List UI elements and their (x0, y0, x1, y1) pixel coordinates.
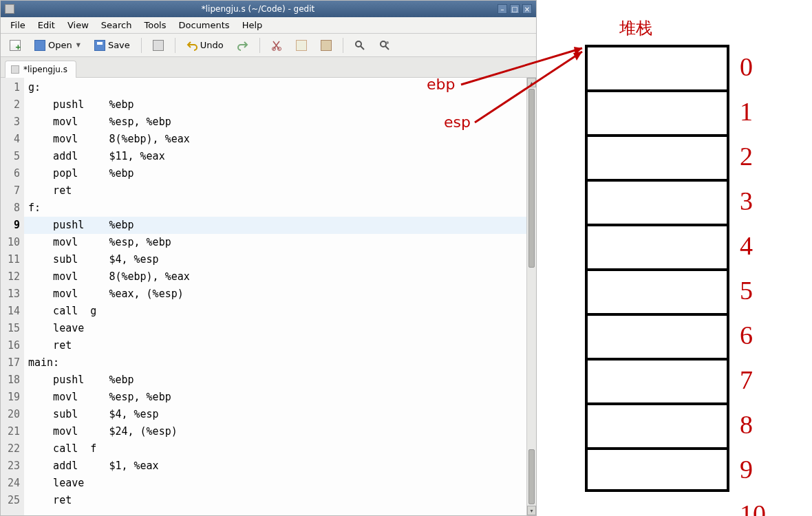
find-replace-icon (379, 40, 390, 51)
redo-icon (237, 40, 248, 51)
code-line[interactable]: movl %esp, %ebp (24, 114, 526, 131)
vertical-scrollbar[interactable]: ▴ ▾ (526, 78, 536, 515)
copy-icon (296, 40, 307, 51)
code-line[interactable]: leave (24, 475, 526, 492)
print-icon (153, 40, 164, 51)
stack-index: 6 (740, 313, 766, 358)
line-number: 19 (1, 389, 24, 406)
maximize-button[interactable]: □ (510, 4, 520, 14)
code-line[interactable]: leave (24, 320, 526, 337)
code-line[interactable]: subl $4, %esp (24, 251, 526, 268)
close-button[interactable]: × (522, 4, 532, 14)
code-line[interactable]: pushl %ebp (24, 217, 526, 234)
stack-title: 堆栈 (619, 17, 652, 39)
code-line[interactable]: popl %ebp (24, 165, 526, 182)
chevron-down-icon: ▼ (76, 42, 81, 48)
new-icon (10, 40, 21, 51)
line-number: 3 (1, 114, 24, 131)
svg-line-3 (361, 46, 364, 50)
menu-edit[interactable]: Edit (32, 18, 61, 32)
toolbar-separator (343, 38, 343, 53)
print-button[interactable] (148, 37, 169, 54)
line-number: 2 (1, 96, 24, 114)
scroll-thumb-lower[interactable] (528, 449, 535, 504)
line-number: 9 (1, 217, 24, 234)
replace-button[interactable] (374, 37, 395, 54)
line-number: 15 (1, 320, 24, 337)
code-line[interactable]: main: (24, 354, 526, 372)
line-number: 20 (1, 406, 24, 423)
code-line[interactable]: movl 8(%ebp), %eax (24, 268, 526, 286)
tab-file[interactable]: *lipengju.s (5, 61, 76, 78)
code-line[interactable]: movl %esp, %ebp (24, 234, 526, 251)
scroll-up-button[interactable]: ▴ (527, 78, 536, 87)
undo-icon (186, 40, 197, 51)
save-icon (94, 40, 105, 51)
code-line[interactable]: movl $24, (%esp) (24, 423, 526, 440)
svg-point-4 (381, 41, 386, 47)
code-line[interactable]: pushl %ebp (24, 96, 526, 114)
line-number: 21 (1, 423, 24, 440)
stack-index: 9 (740, 447, 766, 492)
minimize-button[interactable]: – (498, 4, 507, 14)
menu-search[interactable]: Search (96, 18, 138, 32)
line-number: 24 (1, 475, 24, 492)
code-line[interactable]: movl %esp, %ebp (24, 389, 526, 406)
search-icon (354, 40, 365, 51)
menu-documents[interactable]: Documents (173, 18, 235, 32)
save-button[interactable]: Save (89, 37, 135, 54)
editor-area: 1234567891011121314151617181920212223242… (1, 78, 536, 515)
code-line[interactable]: g: (24, 79, 526, 96)
window-title: *lipengju.s (~/Code) - gedit (19, 4, 498, 14)
code-line[interactable]: f: (24, 200, 526, 217)
new-button[interactable] (5, 37, 25, 54)
code-line[interactable]: movl 8(%ebp), %eax (24, 131, 526, 148)
folder-open-icon (34, 40, 45, 51)
stack-index: 0 (740, 45, 766, 89)
open-button[interactable]: Open ▼ (30, 37, 85, 54)
stack-index: 10 (740, 492, 766, 516)
svg-marker-8 (574, 47, 582, 55)
code-line[interactable]: ret (24, 492, 526, 509)
copy-button[interactable] (291, 37, 312, 54)
find-button[interactable] (350, 37, 370, 54)
stack-index: 8 (740, 402, 766, 447)
menu-view[interactable]: View (62, 18, 94, 32)
line-number: 17 (1, 354, 24, 372)
line-number: 13 (1, 286, 24, 303)
code-line[interactable]: ret (24, 337, 526, 354)
svg-line-5 (385, 46, 389, 50)
paste-button[interactable] (316, 37, 336, 54)
code-text-area[interactable]: g: pushl %ebp movl %esp, %ebp movl 8(%eb… (24, 78, 526, 515)
code-line[interactable]: movl %eax, (%esp) (24, 286, 526, 303)
scroll-down-button[interactable]: ▾ (527, 506, 536, 515)
code-line[interactable]: call f (24, 440, 526, 458)
undo-button[interactable]: Undo (182, 37, 228, 54)
code-line[interactable]: addl $11, %eax (24, 148, 526, 165)
code-line[interactable]: call g (24, 303, 526, 320)
menu-file[interactable]: File (5, 18, 31, 32)
scroll-thumb[interactable] (528, 89, 535, 268)
paste-icon (321, 40, 332, 51)
stack-index: 5 (740, 268, 766, 313)
stack-cell (588, 45, 727, 89)
cut-button[interactable] (266, 37, 287, 54)
code-line[interactable]: pushl %ebp (24, 372, 526, 389)
code-line[interactable]: ret (24, 182, 526, 200)
menu-help[interactable]: Help (237, 18, 268, 32)
code-line[interactable]: addl $1, %eax (24, 458, 526, 475)
line-number: 18 (1, 372, 24, 389)
menu-tools[interactable]: Tools (138, 18, 171, 32)
stack-index-column: 012345678910 (740, 45, 766, 516)
line-number: 1 (1, 79, 24, 96)
stack-index: 4 (740, 224, 766, 268)
line-number: 10 (1, 234, 24, 251)
toolbar: Open ▼ Save Undo (1, 34, 536, 57)
code-line[interactable]: subl $4, %esp (24, 406, 526, 423)
stack-index: 2 (740, 134, 766, 179)
stack-box (585, 45, 729, 492)
svg-marker-10 (573, 52, 582, 61)
stack-cell (588, 224, 727, 268)
redo-button[interactable] (233, 37, 253, 54)
stack-index: 7 (740, 358, 766, 402)
